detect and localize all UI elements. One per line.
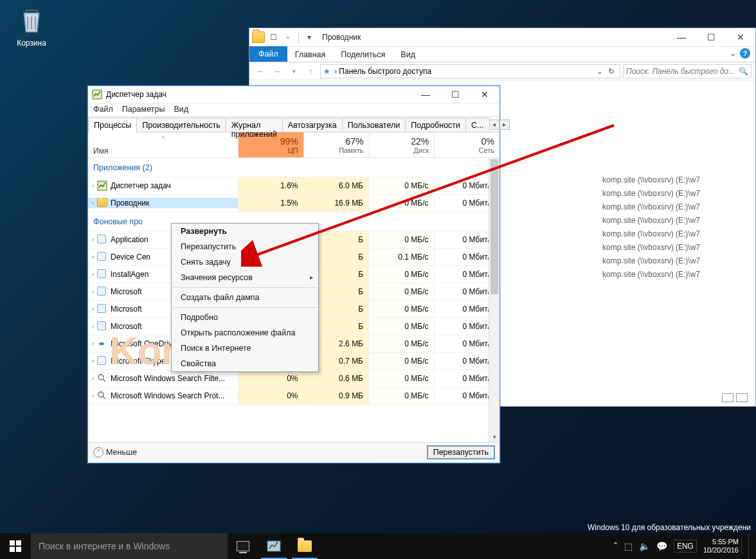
expand-icon[interactable]: › [92,271,94,278]
expand-icon[interactable]: › [92,182,94,189]
context-menu-item[interactable]: Снять задачу [172,254,318,270]
recent-file[interactable]: komp.site (\\vboxsrv) (E:)\w7 [602,175,744,184]
taskview-button[interactable] [228,533,258,559]
ribbon-tab-view[interactable]: Вид [393,48,423,62]
start-button[interactable] [0,533,31,559]
menu-file[interactable]: Файл [93,105,113,114]
expand-icon[interactable]: › [92,393,94,399]
nav-back-icon[interactable]: ← [253,64,267,78]
column-memory[interactable]: 67%Память [304,132,370,157]
expand-icon[interactable]: › [92,288,94,295]
process-name: Microsoft [111,322,142,331]
breadcrumb: Панель быстрого доступа [339,67,431,76]
context-menu-item[interactable]: Значения ресурсов▸ [172,270,318,285]
show-desktop-button[interactable] [748,533,752,559]
maximize-button[interactable]: ☐ [696,28,726,47]
expand-icon[interactable]: › [92,200,94,206]
table-row[interactable]: ›Microsoft Windows Search Prot...0%0.9 М… [88,387,500,405]
taskbar-search-input[interactable]: Поиск в интернете и в Windows [31,533,228,559]
context-menu-item[interactable]: Открыть расположение файла [172,325,318,341]
context-menu-item[interactable]: Перезапустить [172,239,318,254]
tab-startup[interactable]: Автозагрузка [282,118,343,132]
tab-scroll-left-icon[interactable]: ◂ [489,120,500,130]
menu-options[interactable]: Параметры [122,105,165,114]
expand-icon[interactable]: › [92,306,94,312]
process-icon [97,339,107,349]
fewer-details-button[interactable]: ˄ Меньше [93,447,137,457]
ribbon-tab-file[interactable]: Файл [249,46,287,62]
address-input[interactable]: ★ › Панель быстрого доступа ⌄ ↻ [320,64,620,78]
refresh-icon[interactable]: ↻ [606,67,617,76]
table-row[interactable]: ›Microsoft Windows Search Filte...0%0.6 … [88,370,500,387]
nav-forward-icon[interactable]: → [270,64,284,78]
ribbon-collapse-icon[interactable]: ⌄ [730,49,736,58]
qat-newfolder-icon[interactable]: ▫ [282,31,294,44]
tab-processes[interactable]: Процессы [88,118,137,132]
expand-icon[interactable]: › [92,254,94,260]
column-name[interactable]: ^ Имя [88,132,239,157]
process-icon [97,356,107,366]
address-dropdown-icon[interactable]: ⌄ [594,67,606,76]
nav-history-icon[interactable]: ▾ [287,64,301,78]
taskbar-pin-explorer[interactable] [289,533,320,559]
minimize-button[interactable]: — [411,85,440,104]
view-details-icon[interactable] [722,393,734,402]
expand-icon[interactable]: › [92,375,94,382]
recent-file[interactable]: komp.site (\\vboxsrv) (E:)\w7 [602,202,744,211]
close-button[interactable]: ✕ [726,28,755,47]
recent-file[interactable]: komp.site (\\vboxsrv) (E:)\w7 [602,256,744,265]
expand-icon[interactable]: › [92,358,94,364]
cell-memory: 6.0 МБ [304,177,370,194]
recycle-bin[interactable]: Корзина [9,5,54,48]
context-menu-item[interactable]: Свойства [172,356,318,371]
process-icon [97,287,107,297]
ribbon-tab-share[interactable]: Поделиться [333,48,393,62]
tray-volume-icon[interactable]: 🔈 [639,541,650,551]
qat-dropdown-icon[interactable]: ▾ [303,31,316,44]
maximize-button[interactable]: ☐ [440,85,470,104]
tab-details[interactable]: Подробности [405,118,466,132]
taskmanager-titlebar[interactable]: Диспетчер задач — ☐ ✕ [88,86,500,103]
nav-up-icon[interactable]: ↑ [303,64,318,78]
search-input[interactable]: Поиск: Панель быстрого до... 🔍 [623,64,752,78]
expand-icon[interactable]: › [92,341,94,347]
menu-view[interactable]: Вид [174,105,188,114]
table-row[interactable]: ›Проводник1.5%16.9 МБ0 МБ/с0 Мбит/с [88,195,500,212]
expand-icon[interactable]: › [92,323,94,330]
tray-chevron-icon[interactable]: ˄ [613,541,618,551]
context-menu-item[interactable]: Поиск в Интернете [172,341,318,356]
table-row[interactable]: ›Диспетчер задач1.6%6.0 МБ0 МБ/с0 Мбит/с [88,177,500,195]
recent-file[interactable]: komp.site (\\vboxsrv) (E:)\w7 [602,243,744,252]
tab-services[interactable]: С... [465,118,489,132]
scroll-thumb[interactable] [491,159,498,294]
language-indicator[interactable]: ENG [674,540,697,553]
recent-file[interactable]: komp.site (\\vboxsrv) (E:)\w7 [602,229,744,238]
scrollbar[interactable]: ▴ ▾ [489,158,500,442]
recent-file[interactable]: komp.site (\\vboxsrv) (E:)\w7 [602,189,744,198]
tab-scroll-right-icon[interactable]: ▸ [500,120,510,130]
tab-apphistory[interactable]: Журнал приложений [226,118,283,132]
recent-file[interactable]: komp.site (\\vboxsrv) (E:)\w7 [602,270,744,279]
context-menu-item[interactable]: Создать файл дампа [172,290,318,305]
explorer-titlebar[interactable]: ☐ ▫ ▾ Проводник — ☐ ✕ [249,28,755,47]
qat-properties-icon[interactable]: ☐ [267,31,280,44]
help-icon[interactable]: ? [740,48,750,58]
close-button[interactable]: ✕ [470,85,500,104]
tab-performance[interactable]: Производительность [136,118,226,132]
column-network[interactable]: 0%Сеть [435,132,500,157]
tab-users[interactable]: Пользователи [342,118,406,132]
tray-network-icon[interactable]: ⬚ [624,541,633,551]
context-menu-item[interactable]: Развернуть [172,224,318,239]
taskbar-pin-taskmanager[interactable] [258,533,289,559]
restart-button[interactable]: Перезапустить [428,446,494,459]
taskbar-clock[interactable]: 5:55 PM 10/20/2016 [703,538,742,555]
column-disk[interactable]: 22%Диск [370,132,435,157]
expand-icon[interactable]: › [92,236,94,243]
recent-file[interactable]: komp.site (\\vboxsrv) (E:)\w7 [602,216,744,225]
minimize-button[interactable]: — [667,28,696,47]
view-icons-icon[interactable] [736,393,748,402]
context-menu-item[interactable]: Подробно [172,310,318,325]
ribbon-tab-home[interactable]: Главная [287,48,334,62]
tray-notifications-icon[interactable]: 💬 [656,541,667,551]
scroll-down-icon[interactable]: ▾ [489,431,500,442]
